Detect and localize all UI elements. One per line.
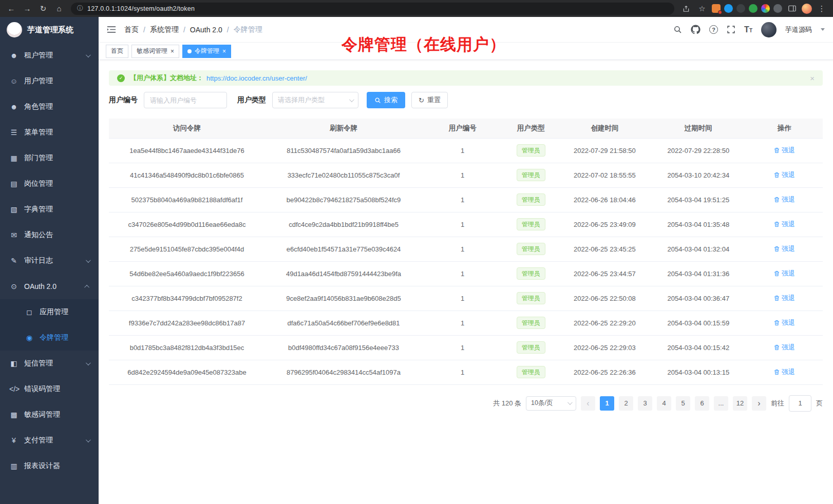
sidebar-item-app[interactable]: ◻应用管理	[0, 299, 99, 325]
prev-page-button[interactable]: ‹	[581, 396, 595, 411]
force-logout-button[interactable]: 强退	[774, 318, 795, 327]
view-tab[interactable]: 敏感词管理×	[131, 45, 179, 58]
user-type-badge: 管理员	[517, 317, 545, 329]
page-more-button[interactable]: ...	[714, 396, 728, 411]
search-icon[interactable]	[673, 25, 682, 34]
page-button-4[interactable]: 4	[657, 396, 671, 411]
url-text: 127.0.0.1:1024/system/oauth2/token	[87, 5, 195, 12]
tab-close-icon[interactable]: ×	[222, 48, 226, 54]
goto-page-input[interactable]	[789, 395, 811, 412]
page-button-2[interactable]: 2	[619, 396, 633, 411]
share-icon[interactable]	[680, 3, 692, 14]
access-token-cell: 54d6be82ee5a460a9aedc1f9bf223656	[109, 261, 265, 286]
app-logo-row[interactable]: 芋道管理系统	[0, 17, 99, 43]
user-type-cell: 管理员	[503, 311, 559, 335]
sidebar-item-role[interactable]: ☻角色管理	[0, 94, 99, 120]
back-icon[interactable]: ←	[5, 3, 17, 14]
help-icon[interactable]: ?	[709, 25, 718, 34]
sidebar-item-dept[interactable]: ▦部门管理	[0, 145, 99, 171]
address-bar[interactable]: ⓘ 127.0.0.1:1024/system/oauth2/token	[71, 3, 674, 15]
username[interactable]: 芋道源码	[785, 25, 812, 34]
sidebar-item-sensitive-word[interactable]: ▩敏感词管理	[0, 402, 99, 428]
search-button[interactable]: 搜索	[367, 92, 405, 108]
view-tab[interactable]: 首页	[106, 45, 128, 58]
side-panel-icon[interactable]	[786, 3, 798, 14]
fullscreen-icon[interactable]	[727, 25, 735, 34]
user-type-cell: 管理员	[503, 335, 559, 360]
page-button-3[interactable]: 3	[638, 396, 652, 411]
sidebar-item-notice[interactable]: ✉通知公告	[0, 222, 99, 248]
sidebar-item-oauth2[interactable]: ⊙OAuth 2.0	[0, 274, 99, 299]
extension-icon[interactable]	[773, 4, 782, 13]
force-logout-button[interactable]: 强退	[774, 294, 795, 303]
view-tab[interactable]: 令牌管理×	[182, 45, 231, 58]
breadcrumb-item[interactable]: 首页	[124, 25, 139, 34]
home-icon[interactable]: ⌂	[53, 3, 65, 14]
column-header: 访问令牌	[109, 119, 265, 138]
next-page-button[interactable]: ›	[752, 396, 766, 411]
tenant-icon: ☻	[9, 51, 18, 60]
sidebar-item-sms[interactable]: ◧短信管理	[0, 351, 99, 376]
font-size-icon[interactable]: TT	[744, 26, 752, 34]
sidebar-item-report-designer[interactable]: ▥报表设计器	[0, 453, 99, 479]
page-size-select[interactable]: 10条/页	[526, 396, 576, 411]
refresh-icon[interactable]: ↻	[37, 3, 49, 14]
breadcrumb-item[interactable]: 系统管理	[150, 25, 179, 34]
extension-icon[interactable]	[761, 4, 770, 13]
github-icon[interactable]	[691, 25, 701, 34]
sidebar-item-label: 敏感词管理	[24, 410, 60, 419]
forward-icon[interactable]: →	[21, 3, 33, 14]
force-logout-button[interactable]: 强退	[774, 195, 795, 204]
user-type-cell: 管理员	[503, 138, 559, 163]
access-token-cell: 1ea5e44f8bc1467aaede43144f31de76	[109, 138, 265, 163]
user-type-badge: 管理员	[517, 144, 545, 157]
page-button-1[interactable]: 1	[600, 396, 614, 411]
user-avatar[interactable]	[761, 22, 777, 37]
user-id-input[interactable]	[144, 92, 227, 108]
sidebar-item-label: 审计日志	[24, 256, 53, 265]
page-button-12[interactable]: 12	[733, 396, 747, 411]
breadcrumb: 首页/系统管理/OAuth 2.0/令牌管理	[124, 25, 262, 34]
breadcrumb-item[interactable]: OAuth 2.0	[190, 26, 222, 34]
site-info-icon[interactable]: ⓘ	[77, 4, 83, 13]
doc-alert-banner: ✓ 【用户体系】文档地址： https://doc.iocoder.cn/use…	[109, 70, 823, 86]
force-logout-button[interactable]: 强退	[774, 343, 795, 352]
bookmark-star-icon[interactable]: ☆	[696, 3, 708, 14]
force-logout-button[interactable]: 强退	[774, 269, 795, 278]
tab-close-icon[interactable]: ×	[171, 48, 174, 54]
force-logout-button[interactable]: 强退	[774, 170, 795, 180]
force-logout-button[interactable]: 强退	[774, 244, 795, 254]
sidebar-item-dict[interactable]: ▧字典管理	[0, 197, 99, 222]
force-logout-button[interactable]: 强退	[774, 367, 795, 377]
extension-icon[interactable]	[712, 4, 721, 13]
create-time-cell: 2022-06-25 22:50:08	[559, 286, 650, 311]
extension-icon[interactable]	[749, 4, 758, 13]
collapse-sidebar-icon[interactable]	[107, 26, 116, 33]
force-logout-button[interactable]: 强退	[774, 146, 795, 155]
token-icon: ◉	[25, 334, 34, 342]
sidebar-item-token[interactable]: ◉令牌管理	[0, 325, 99, 351]
browser-menu-icon[interactable]: ⋮	[816, 3, 828, 14]
sidebar-item-menu[interactable]: ☰菜单管理	[0, 120, 99, 145]
close-icon[interactable]: ×	[810, 74, 815, 83]
sidebar-item-tenant[interactable]: ☻租户管理	[0, 43, 99, 68]
sidebar-item-audit-log[interactable]: ✎审计日志	[0, 248, 99, 274]
sidebar-item-error-code[interactable]: </>错误码管理	[0, 376, 99, 402]
refresh-token-cell: 333ecfc71e02480cb11055c875c3ca0f	[265, 163, 422, 187]
table-header-row: 访问令牌刷新令牌用户编号用户类型创建时间过期时间操作	[109, 119, 823, 138]
sidebar-item-post[interactable]: ▤岗位管理	[0, 171, 99, 197]
extension-icon[interactable]	[724, 4, 733, 13]
doc-link[interactable]: https://doc.iocoder.cn/user-center/	[206, 74, 307, 82]
page-button-5[interactable]: 5	[676, 396, 690, 411]
sensitive-word-icon: ▩	[9, 411, 18, 419]
chevron-down-icon[interactable]	[821, 28, 825, 31]
extension-icon[interactable]	[736, 4, 745, 13]
user-type-select[interactable]: 请选择用户类型	[272, 92, 358, 108]
table-row: 502375b8040a469a9b82188afdf6af1fbe90422b…	[109, 187, 823, 212]
sidebar-item-pay[interactable]: ¥支付管理	[0, 428, 99, 453]
reset-button[interactable]: ↻ 重置	[411, 92, 448, 108]
sidebar-item-user[interactable]: ☺用户管理	[0, 68, 99, 94]
force-logout-button[interactable]: 强退	[774, 220, 795, 229]
browser-profile-avatar[interactable]	[802, 4, 812, 14]
page-button-6[interactable]: 6	[695, 396, 709, 411]
